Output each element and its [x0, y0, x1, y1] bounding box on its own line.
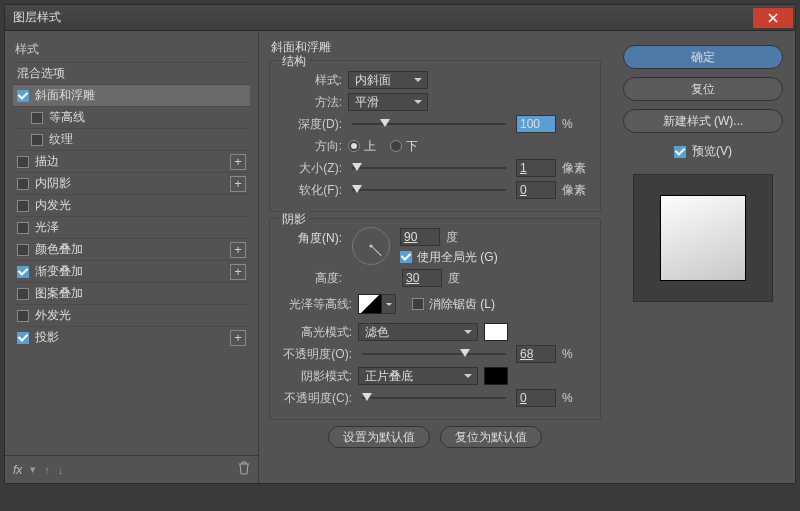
trash-icon[interactable]	[238, 461, 250, 478]
style-label: 等高线	[49, 109, 85, 126]
close-button[interactable]	[753, 8, 793, 28]
antialias-checkbox[interactable]: 消除锯齿 (L)	[412, 296, 495, 313]
style-item-8[interactable]: 渐变叠加+	[13, 260, 250, 282]
style-checkbox[interactable]	[17, 156, 29, 168]
direction-up-radio[interactable]: 上	[348, 138, 376, 155]
shadow-mode-select[interactable]: 正片叠底	[358, 367, 478, 385]
shadow-color-swatch[interactable]	[484, 367, 508, 385]
style-item-5[interactable]: 内发光	[13, 194, 250, 216]
structure-group: 结构 样式: 内斜面 方法: 平滑 深度(D): 100 % 方向: 上	[269, 60, 601, 212]
style-item-3[interactable]: 描边+	[13, 150, 250, 172]
angle-control[interactable]	[352, 227, 390, 265]
style-item-4[interactable]: 内阴影+	[13, 172, 250, 194]
shadow-opacity-slider[interactable]	[362, 392, 506, 404]
layer-style-dialog: 图层样式 样式 混合选项 斜面和浮雕等高线纹理描边+内阴影+内发光光泽颜色叠加+…	[4, 4, 796, 484]
style-label: 斜面和浮雕	[35, 87, 95, 104]
style-label: 描边	[35, 153, 59, 170]
style-item-0[interactable]: 斜面和浮雕	[13, 84, 250, 106]
preview-swatch	[660, 195, 746, 281]
actions-panel: 确定 复位 新建样式 (W)... 预览(V)	[611, 31, 795, 483]
add-effect-icon[interactable]: +	[230, 176, 246, 192]
style-item-9[interactable]: 图案叠加	[13, 282, 250, 304]
style-item-7[interactable]: 颜色叠加+	[13, 238, 250, 260]
section-title: 斜面和浮雕	[269, 37, 601, 60]
add-effect-icon[interactable]: +	[230, 264, 246, 280]
style-label: 内发光	[35, 197, 71, 214]
style-item-2[interactable]: 纹理	[13, 128, 250, 150]
style-label: 光泽	[35, 219, 59, 236]
style-checkbox[interactable]	[17, 200, 29, 212]
highlight-color-swatch[interactable]	[484, 323, 508, 341]
size-input[interactable]: 1	[516, 159, 556, 177]
window-title: 图层样式	[13, 9, 753, 26]
size-slider[interactable]	[352, 162, 506, 174]
style-item-11[interactable]: 投影+	[13, 326, 250, 348]
move-up-icon[interactable]: ↑	[44, 464, 50, 476]
preview-box	[633, 174, 773, 302]
titlebar: 图层样式	[5, 5, 795, 31]
blending-options-row[interactable]: 混合选项	[13, 62, 250, 84]
style-checkbox[interactable]	[17, 90, 29, 102]
highlight-opacity-slider[interactable]	[362, 348, 506, 360]
settings-panel: 斜面和浮雕 结构 样式: 内斜面 方法: 平滑 深度(D): 100 %	[259, 31, 611, 483]
style-checkbox[interactable]	[17, 222, 29, 234]
style-checkbox[interactable]	[17, 178, 29, 190]
style-item-1[interactable]: 等高线	[13, 106, 250, 128]
add-effect-icon[interactable]: +	[230, 242, 246, 258]
style-checkbox[interactable]	[17, 310, 29, 322]
highlight-opacity-input[interactable]: 68	[516, 345, 556, 363]
altitude-input[interactable]: 30	[402, 269, 442, 287]
style-checkbox[interactable]	[17, 244, 29, 256]
fx-dropdown-icon[interactable]: ▾	[30, 463, 36, 476]
preview-checkbox[interactable]: 预览(V)	[674, 143, 732, 160]
soften-input[interactable]: 0	[516, 181, 556, 199]
style-label: 图案叠加	[35, 285, 83, 302]
highlight-mode-select[interactable]: 滤色	[358, 323, 478, 341]
style-label: 外发光	[35, 307, 71, 324]
shadow-opacity-input[interactable]: 0	[516, 389, 556, 407]
add-effect-icon[interactable]: +	[230, 154, 246, 170]
depth-slider[interactable]	[352, 118, 506, 130]
style-item-6[interactable]: 光泽	[13, 216, 250, 238]
reset-default-button[interactable]: 复位为默认值	[440, 426, 542, 448]
style-checkbox[interactable]	[31, 134, 43, 146]
style-item-10[interactable]: 外发光	[13, 304, 250, 326]
gloss-contour-picker[interactable]	[358, 294, 382, 314]
shadow-group: 阴影 角度(N): 90 度 使用全局光 (G) 高	[269, 218, 601, 420]
style-checkbox[interactable]	[31, 112, 43, 124]
reset-button[interactable]: 复位	[623, 77, 783, 101]
make-default-button[interactable]: 设置为默认值	[328, 426, 430, 448]
gloss-contour-dropdown[interactable]	[382, 294, 396, 314]
styles-heading: 样式	[13, 37, 250, 62]
styles-footer: fx▾ ↑ ↓	[5, 455, 258, 483]
style-label: 渐变叠加	[35, 263, 83, 280]
move-down-icon[interactable]: ↓	[58, 464, 64, 476]
angle-input[interactable]: 90	[400, 228, 440, 246]
style-label: 颜色叠加	[35, 241, 83, 258]
ok-button[interactable]: 确定	[623, 45, 783, 69]
style-checkbox[interactable]	[17, 332, 29, 344]
style-checkbox[interactable]	[17, 266, 29, 278]
style-select[interactable]: 内斜面	[348, 71, 428, 89]
direction-down-radio[interactable]: 下	[390, 138, 418, 155]
style-label: 投影	[35, 329, 59, 346]
method-select[interactable]: 平滑	[348, 93, 428, 111]
depth-input[interactable]: 100	[516, 115, 556, 133]
new-style-button[interactable]: 新建样式 (W)...	[623, 109, 783, 133]
styles-panel: 样式 混合选项 斜面和浮雕等高线纹理描边+内阴影+内发光光泽颜色叠加+渐变叠加+…	[5, 31, 259, 483]
soften-slider[interactable]	[352, 184, 506, 196]
fx-menu[interactable]: fx	[13, 463, 22, 477]
style-label: 内阴影	[35, 175, 71, 192]
style-label: 纹理	[49, 131, 73, 148]
style-checkbox[interactable]	[17, 288, 29, 300]
add-effect-icon[interactable]: +	[230, 330, 246, 346]
global-light-checkbox[interactable]: 使用全局光 (G)	[400, 249, 498, 266]
